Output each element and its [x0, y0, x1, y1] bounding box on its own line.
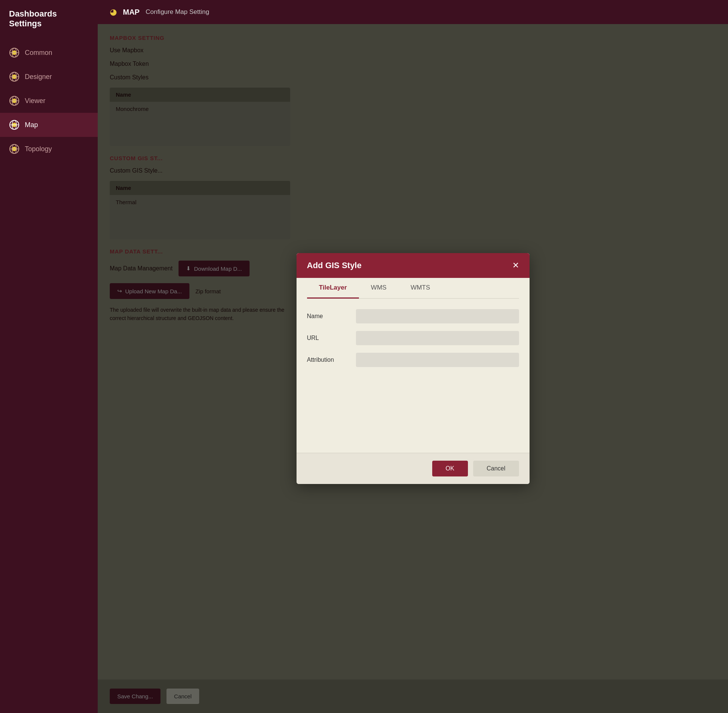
attribution-input[interactable]	[356, 353, 519, 367]
map-nav-icon	[9, 120, 20, 130]
modal-title: Add GIS Style	[307, 261, 362, 270]
tab-wms[interactable]: WMS	[359, 278, 399, 299]
url-field-label: URL	[307, 335, 348, 341]
modal-ok-btn[interactable]: OK	[432, 461, 468, 476]
sidebar-item-label-designer: Designer	[25, 73, 52, 81]
modal-footer: OK Cancel	[297, 453, 530, 484]
designer-icon	[9, 71, 20, 82]
attribution-field-label: Attribution	[307, 356, 348, 363]
attribution-field-row: Attribution	[307, 353, 519, 367]
name-input[interactable]	[356, 309, 519, 323]
name-field-label: Name	[307, 313, 348, 320]
modal-overlay: Add GIS Style ✕ TileLayer WMS WMT	[98, 24, 728, 713]
common-icon	[9, 47, 20, 58]
sidebar-item-common[interactable]: Common	[0, 41, 98, 65]
sidebar-item-label-viewer: Viewer	[25, 97, 45, 105]
sidebar-title: Dashboards Settings	[0, 9, 98, 41]
tab-wmts[interactable]: WMTS	[398, 278, 442, 299]
main-area: ◕ MAP Configure Map Setting MAPBOX SETTI…	[98, 0, 728, 713]
sidebar-item-viewer[interactable]: Viewer	[0, 89, 98, 113]
header-subtitle: Configure Map Setting	[145, 8, 209, 16]
topology-icon	[9, 144, 20, 154]
modal-tabs: TileLayer WMS WMTS	[307, 278, 519, 299]
modal-close-btn[interactable]: ✕	[512, 261, 519, 270]
sidebar-item-label-topology: Topology	[25, 145, 52, 153]
sidebar-item-designer[interactable]: Designer	[0, 65, 98, 89]
name-field-row: Name	[307, 309, 519, 323]
url-input[interactable]	[356, 331, 519, 345]
sidebar-item-topology[interactable]: Topology	[0, 137, 98, 161]
page-header: ◕ MAP Configure Map Setting	[98, 0, 728, 24]
viewer-icon	[9, 96, 20, 106]
sidebar-item-map[interactable]: Map	[0, 113, 98, 137]
url-field-row: URL	[307, 331, 519, 345]
modal-cancel-btn[interactable]: Cancel	[473, 461, 519, 476]
map-header-icon: ◕	[110, 7, 117, 17]
header-app-title: MAP	[123, 8, 139, 17]
tab-tilelayer[interactable]: TileLayer	[307, 278, 359, 299]
sidebar: Dashboards Settings Common Designer View…	[0, 0, 98, 713]
modal-body: TileLayer WMS WMTS Name	[297, 278, 530, 453]
sidebar-item-label-map: Map	[25, 121, 38, 129]
sidebar-item-label-common: Common	[25, 49, 52, 57]
modal-spacer	[307, 375, 519, 442]
add-gis-style-modal: Add GIS Style ✕ TileLayer WMS WMT	[297, 253, 530, 484]
modal-header: Add GIS Style ✕	[297, 253, 530, 278]
